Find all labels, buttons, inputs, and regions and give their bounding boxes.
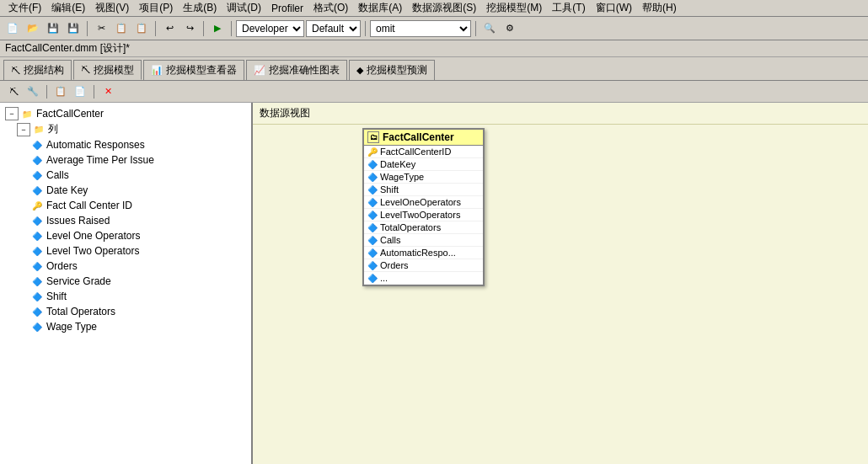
tab-accuracy-chart[interactable]: 📈 挖掘准确性图表 [246,60,347,80]
separator-4 [231,21,232,36]
tree-item-label-9: Orders [46,260,78,272]
tree-item-label-4: Date Key [46,184,88,196]
menu-database[interactable]: 数据库(A) [353,0,407,16]
tree-root-label: FactCallCenter [36,108,104,120]
menu-build[interactable]: 生成(B) [178,0,222,16]
copy-button[interactable]: 📋 [112,19,131,38]
table-row-10[interactable]: 🔷 ... [364,272,483,285]
tree-item-avg-time[interactable]: 🔷 Average Time Per Issue [3,152,248,168]
col-icon-3: 🔷 [30,168,44,182]
table-cell-1: DateKey [380,159,415,169]
menu-help[interactable]: 帮助(H) [637,0,682,16]
menu-view[interactable]: 视图(V) [90,0,134,16]
tree-root[interactable]: − 📁 FactCallCenter [3,106,248,121]
row-col-icon-3: 🔷 [367,185,378,195]
col-icon-5: 🔷 [30,214,44,227]
menu-debug[interactable]: 调试(D) [222,0,266,16]
tree-item-shift[interactable]: 🔷 Shift [3,289,248,304]
developer-dropdown[interactable]: Developer [236,20,304,37]
table-row-7[interactable]: 🔷 Calls [364,234,483,247]
col-icon-12: 🔷 [30,320,44,333]
left-panel: − 📁 FactCallCenter − 📁 列 🔷 Automatic Res… [0,103,253,464]
omit-dropdown[interactable]: omit [370,20,471,37]
table-cell-9: Orders [380,260,409,270]
row-col-icon-6: 🔷 [367,223,378,232]
sec-btn-3[interactable]: 📋 [52,83,69,100]
tree-item-auto-responses[interactable]: 🔷 Automatic Responses [3,137,248,152]
menu-datasource[interactable]: 数据源视图(S) [407,0,481,16]
root-expand[interactable]: − [5,107,19,120]
menu-mining-model[interactable]: 挖掘模型(M) [481,0,547,16]
table-widget-body[interactable]: 🔑 FactCallCenterID 🔷 DateKey 🔷 WageType … [364,146,483,285]
table-row-8[interactable]: 🔷 AutomaticRespo... [364,247,483,259]
save-all-button[interactable]: 💾 [64,19,83,38]
tree-item-issues[interactable]: 🔷 Issues Raised [3,213,248,228]
tree-columns-folder[interactable]: − 📁 列 [3,121,248,137]
row-col-icon-5: 🔷 [367,211,378,220]
save-button[interactable]: 💾 [44,19,62,38]
tree-item-label-10: Service Grade [46,275,111,287]
table-row-9[interactable]: 🔷 Orders [364,259,483,272]
menu-project[interactable]: 项目(P) [134,0,178,16]
col-icon-11: 🔷 [30,305,44,318]
table-row-1[interactable]: 🔷 DateKey [364,158,483,171]
tree-item-service-grade[interactable]: 🔷 Service Grade [3,274,248,289]
paste-button[interactable]: 📋 [132,19,151,38]
tree-item-label-12: Total Operators [46,306,115,317]
tab-model-prediction[interactable]: ◆ 挖掘模型预测 [349,60,435,80]
tree-item-level-one[interactable]: 🔷 Level One Operators [3,228,248,243]
sec-btn-4[interactable]: 📄 [72,83,88,100]
menu-format[interactable]: 格式(O) [308,0,353,16]
table-widget[interactable]: 🗂 FactCallCenter 🔑 FactCallCenterID 🔷 Da… [362,128,485,286]
sec-btn-2[interactable]: 🔧 [24,83,41,100]
tree-item-total-ops[interactable]: 🔷 Total Operators [3,304,248,319]
table-row-5[interactable]: 🔷 LevelTwoOperators [364,209,483,221]
menu-file[interactable]: 文件(F) [3,0,46,16]
secondary-toolbar: ⛏ 🔧 📋 📄 ✕ [0,81,868,103]
redo-button[interactable]: ↪ [180,19,199,38]
table-row-6[interactable]: 🔷 TotalOperators [364,221,483,234]
menu-tools[interactable]: 工具(T) [547,0,590,16]
col-icon-6: 🔷 [30,229,44,243]
run-button[interactable]: ▶ [208,19,227,38]
key-icon-1: 🔑 [30,199,44,212]
tab-mining-model[interactable]: ⛏ 挖掘模型 [73,60,142,80]
tree-item-wage-type[interactable]: 🔷 Wage Type [3,319,248,334]
menu-edit[interactable]: 编辑(E) [46,0,90,16]
tab-icon-5: ◆ [356,65,363,76]
table-row-3[interactable]: 🔷 Shift [364,184,483,196]
tab-label-3: 挖掘模型查看器 [166,63,237,77]
tab-icon-3: 📊 [151,65,163,76]
settings-button[interactable]: ⚙ [501,19,519,38]
open-button[interactable]: 📂 [24,19,42,38]
row-col-icon-4: 🔷 [367,198,378,207]
datasource-label: 数据源视图 [260,107,310,119]
cut-button[interactable]: ✂ [92,19,110,38]
sec-btn-delete[interactable]: ✕ [99,83,116,100]
tree-item-label-13: Wage Type [46,321,97,333]
separator-5 [365,21,366,36]
tree-item-orders[interactable]: 🔷 Orders [3,259,248,274]
menu-window[interactable]: 窗口(W) [591,0,637,16]
datasource-header: 数据源视图 [253,103,868,125]
tree-item-date-key[interactable]: 🔷 Date Key [3,183,248,198]
sec-btn-1[interactable]: ⛏ [5,83,22,100]
default-dropdown[interactable]: Default [306,20,361,37]
table-row-0[interactable]: 🔑 FactCallCenterID [364,146,483,158]
menu-profiler[interactable]: Profiler [266,2,308,15]
columns-expand[interactable]: − [17,123,30,136]
undo-button[interactable]: ↩ [160,19,179,38]
row-col-icon-7: 🔷 [367,236,378,245]
tree-item-level-two[interactable]: 🔷 Level Two Operators [3,243,248,259]
tab-mining-structure[interactable]: ⛏ 挖掘结构 [3,60,72,80]
tree-item-calls[interactable]: 🔷 Calls [3,168,248,183]
table-row-4[interactable]: 🔷 LevelOneOperators [364,196,483,209]
tab-model-viewer[interactable]: 📊 挖掘模型查看器 [143,60,244,80]
search-button[interactable]: 🔍 [480,19,499,38]
tree-item-fact-id[interactable]: 🔑 Fact Call Center ID [3,198,248,213]
new-button[interactable]: 📄 [3,19,22,38]
document-title: FactCallCenter.dmm [设计]* [5,41,130,56]
table-row-2[interactable]: 🔷 WageType [364,171,483,184]
table-cell-5: LevelTwoOperators [380,210,460,220]
col-icon-9: 🔷 [30,275,44,288]
